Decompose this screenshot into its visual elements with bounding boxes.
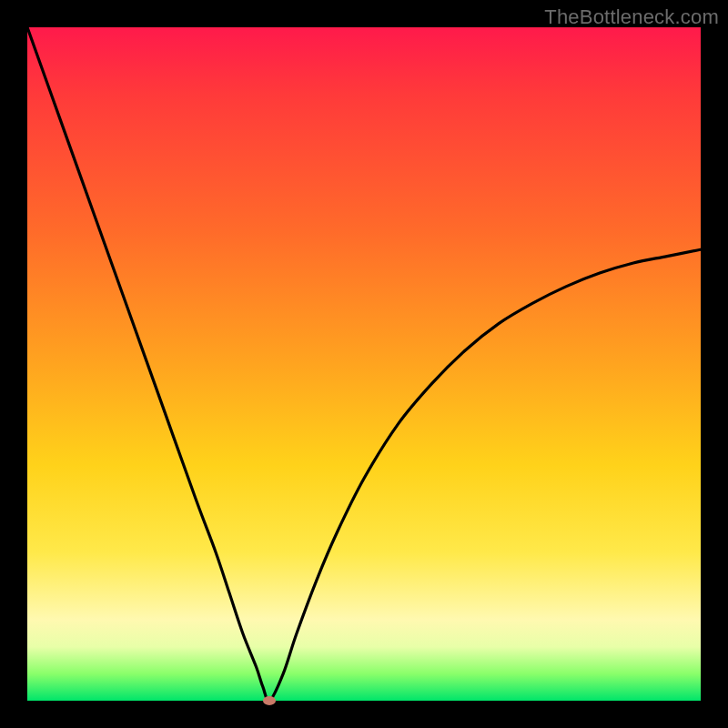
bottleneck-curve (27, 27, 701, 701)
plot-area (27, 27, 701, 701)
chart-frame: TheBottleneck.com (0, 0, 728, 728)
credit-label: TheBottleneck.com (544, 5, 719, 29)
minimum-marker (263, 696, 276, 705)
